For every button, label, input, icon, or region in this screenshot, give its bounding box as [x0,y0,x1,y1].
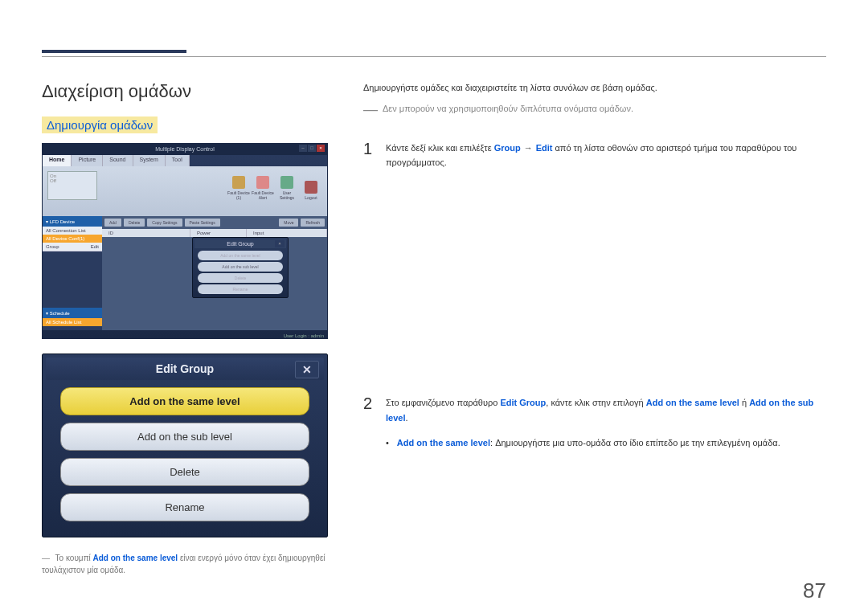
popup-close-icon[interactable]: × [275,240,285,247]
off-button[interactable]: Off [50,178,95,183]
edit-group-popup: Edit Group × Add on the same level Add o… [192,237,289,298]
fault-alert-icon[interactable]: Fault Device Alert [252,170,274,202]
step-1-number: 1 [363,141,375,170]
tab-sound[interactable]: Sound [103,155,133,166]
page-number: 87 [803,578,826,603]
status-bar: User Login : admin [284,333,324,338]
fault-device-icon[interactable]: Fault Device (1) [227,170,250,202]
popup-add-same-level[interactable]: Add on the same level [198,251,283,260]
main-panel: Add Delete Copy Settings Paste Settings … [102,216,327,330]
logout-icon[interactable]: Logout [300,170,322,202]
toolbar-move[interactable]: Move [279,219,298,227]
sidebar-schedule-list[interactable]: All Schedule List [43,318,102,326]
toolbar-refresh[interactable]: Refresh [301,219,325,227]
step-1-body: Κάντε δεξί κλικ και επιλέξτε Group→Edit … [386,141,826,170]
tab-picture[interactable]: Picture [72,155,103,166]
step-2-bullet: • Add on the same level: Δημιουργήστε μι… [386,436,826,451]
toolbar-copy-settings[interactable]: Copy Settings [147,219,182,227]
window-titlebar: Multiple Display Control – □ × [43,144,327,155]
toolbar-add[interactable]: Add [104,219,121,227]
page-heading: Διαχείριση ομάδων [42,81,339,102]
screenshot-app-window: Multiple Display Control – □ × Home Pict… [42,143,328,339]
popup-delete[interactable]: Delete [198,273,283,283]
sidebar-schedule-header[interactable]: ▾ Schedule [43,308,102,318]
header-divider [42,56,826,57]
section-subheading: Δημιουργία ομάδων [42,116,158,133]
user-settings-icon[interactable]: User Settings [276,170,298,202]
toolbar-paste-settings[interactable]: Paste Settings [185,219,220,227]
th-power: Power [190,229,247,237]
sidebar-lfd-header[interactable]: ▾ LFD Device [43,216,102,227]
footnote: ― Το κουμπί Add on the same level είναι … [42,552,339,576]
sidebar-group-row[interactable]: Group Edit [43,243,102,251]
popup-add-sub-level[interactable]: Add on the sub level [198,262,283,272]
tab-home[interactable]: Home [43,155,72,166]
window-controls: – □ × [299,145,325,152]
tab-tool[interactable]: Tool [166,155,190,166]
on-off-panel: On Off [47,171,97,200]
btn-delete[interactable]: Delete [60,458,309,486]
popup-rename[interactable]: Rename [198,284,283,294]
toolbar-delete[interactable]: Delete [124,219,145,227]
header-accent-bar [42,50,186,53]
ribbon-tabs: Home Picture Sound System Tool [43,155,327,166]
step-2-body: Στο εμφανιζόμενο παράθυρο Edit Group, κά… [386,395,826,425]
maximize-icon[interactable]: □ [308,145,316,152]
intro-text: Δημιουργήστε ομάδες και διαχειριστείτε τ… [363,81,826,95]
tab-system[interactable]: System [133,155,166,166]
sidebar-edit-label: Edit [91,244,99,249]
sidebar-group-label: Group [46,244,59,249]
dialog-title: Edit Group ✕ [46,358,324,380]
step-2-number: 2 [363,395,375,425]
btn-rename[interactable]: Rename [60,493,309,521]
popup-title: Edit Group × [194,239,286,248]
btn-add-same-level[interactable]: Add on the same level [60,387,309,415]
dialog-close-button[interactable]: ✕ [295,361,319,378]
window-title: Multiple Display Control [155,146,215,152]
sidebar-all-devices[interactable]: All Device Conf(1) [43,235,102,243]
btn-add-sub-level[interactable]: Add on the sub level [60,423,309,451]
sidebar: ▾ LFD Device All Connection List All Dev… [43,216,102,330]
th-id: ID [102,229,190,237]
step-2: 2 Στο εμφανιζόμενο παράθυρο Edit Group, … [363,395,826,425]
close-icon[interactable]: × [317,145,325,152]
sidebar-conn-list[interactable]: All Connection List [43,227,102,235]
minimize-icon[interactable]: – [299,145,307,152]
note-text: ―Δεν μπορούν να χρησιμοποιηθούν διπλότυπ… [363,101,826,118]
th-input: Input [247,229,327,237]
screenshot-edit-group-dialog: Edit Group ✕ Add on the same level Add o… [42,353,328,537]
step-1: 1 Κάντε δεξί κλικ και επιλέξτε Group→Edi… [363,141,826,170]
